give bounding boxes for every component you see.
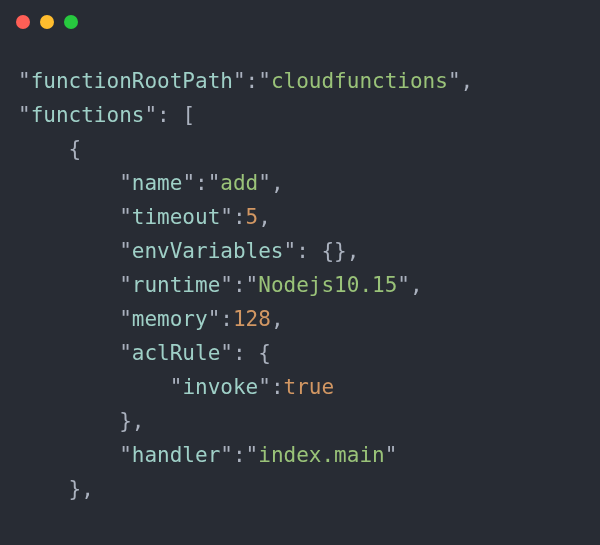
- json-key: timeout: [132, 205, 221, 229]
- json-string: index.main: [258, 443, 384, 467]
- json-key: name: [132, 171, 183, 195]
- json-key: functions: [31, 103, 145, 127]
- json-number: 128: [233, 307, 271, 331]
- json-string: add: [220, 171, 258, 195]
- json-key: envVariables: [132, 239, 284, 263]
- window-minimize-button[interactable]: [40, 15, 54, 29]
- json-number: 5: [246, 205, 259, 229]
- window-maximize-button[interactable]: [64, 15, 78, 29]
- json-key: functionRootPath: [31, 69, 233, 93]
- window-close-button[interactable]: [16, 15, 30, 29]
- json-key: invoke: [182, 375, 258, 399]
- json-key: memory: [132, 307, 208, 331]
- titlebar: [0, 0, 600, 44]
- json-key: runtime: [132, 273, 221, 297]
- json-key: aclRule: [132, 341, 221, 365]
- json-boolean: true: [284, 375, 335, 399]
- json-string: Nodejs10.15: [258, 273, 397, 297]
- json-key: handler: [132, 443, 221, 467]
- json-string: cloudfunctions: [271, 69, 448, 93]
- code-editor[interactable]: "functionRootPath":"cloudfunctions", "fu…: [0, 44, 600, 506]
